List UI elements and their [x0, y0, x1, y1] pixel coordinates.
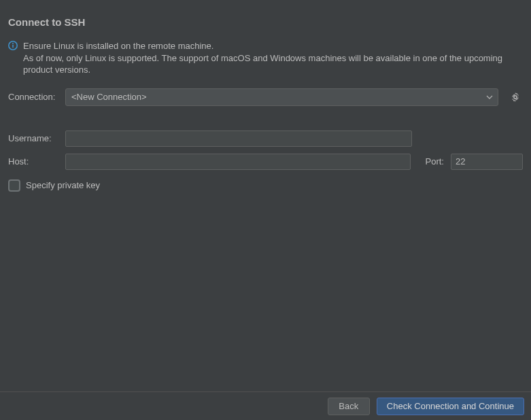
info-icon [8, 40, 18, 50]
info-line2: As of now, only Linux is supported. The … [23, 53, 502, 75]
page-title: Connect to SSH [8, 16, 523, 28]
specify-private-key-row: Specify private key [8, 179, 523, 192]
info-banner: Ensure Linux is installed on the remote … [8, 40, 523, 76]
check-connection-continue-button[interactable]: Check Connection and Continue [377, 398, 524, 415]
connection-combo[interactable]: <New Connection> [65, 88, 498, 106]
specify-private-key-label: Specify private key [26, 180, 100, 190]
connection-combo-wrap: <New Connection> [65, 88, 498, 106]
footer: Back Check Connection and Continue [0, 391, 531, 420]
specify-private-key-checkbox[interactable] [8, 179, 20, 192]
username-row: Username: [8, 130, 523, 147]
host-row: Host: Port: [8, 154, 523, 170]
svg-rect-2 [12, 45, 14, 48]
connection-row: Connection: <New Connection> [8, 88, 523, 106]
back-button[interactable]: Back [328, 398, 370, 415]
port-label: Port: [426, 156, 444, 167]
host-field[interactable] [65, 154, 411, 170]
info-line1: Ensure Linux is installed on the remote … [23, 41, 213, 51]
connection-selected-value: <New Connection> [71, 92, 147, 102]
port-field[interactable] [451, 154, 523, 170]
connection-label: Connection: [8, 92, 61, 102]
username-label: Username: [8, 133, 61, 143]
host-label: Host: [8, 156, 61, 167]
dialog-content: Connect to SSH Ensure Linux is installed… [0, 0, 531, 391]
username-field[interactable] [65, 130, 412, 147]
svg-point-1 [12, 43, 14, 44]
info-text: Ensure Linux is installed on the remote … [23, 40, 523, 76]
gear-icon[interactable] [510, 92, 521, 103]
